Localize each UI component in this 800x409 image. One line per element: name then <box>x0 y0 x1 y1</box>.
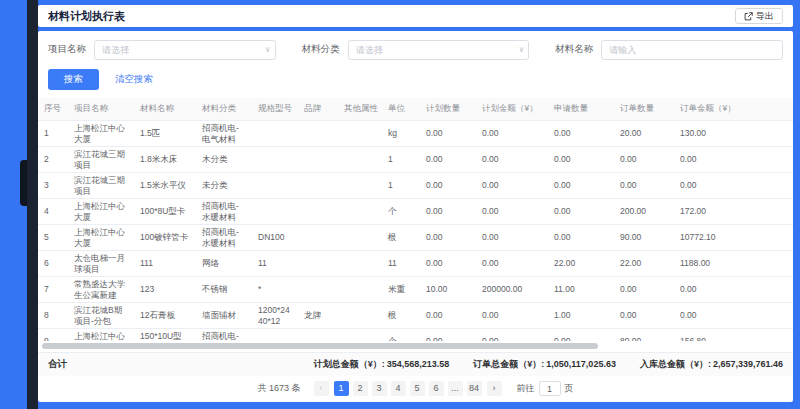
table-cell: 4 <box>38 199 68 225</box>
table-row: 1上海松江中心大厦1.5匹招商机电-电气材料kg0.000.000.0020.0… <box>38 121 793 147</box>
table-cell: 150*10U型卡 <box>134 329 196 342</box>
column-header: 订单数量 <box>614 98 674 121</box>
pager-pages: 123456...84 <box>334 381 482 396</box>
table-cell: DN100 <box>252 225 298 251</box>
materials-table: 序号项目名称材料名称材料分类规格型号品牌其他属性单位计划数量计划金额（¥）申请数… <box>38 98 793 341</box>
summary-item-label: 订单总金额（¥）: <box>473 359 544 369</box>
column-header: 申请数量 <box>548 98 614 121</box>
table-cell <box>338 121 382 147</box>
table-row: 8滨江花城B期项目-分包12石膏板墙面辅材1200*2440*12龙牌根0.00… <box>38 303 793 329</box>
table-cell <box>252 173 298 199</box>
table-header: 序号项目名称材料名称材料分类规格型号品牌其他属性单位计划数量计划金额（¥）申请数… <box>38 98 793 121</box>
export-button[interactable]: 导出 <box>735 8 783 24</box>
page-header: 材料计划执行表 导出 <box>38 5 793 27</box>
table-cell: 172.00 <box>674 199 793 225</box>
table-cell: kg <box>382 121 420 147</box>
table-cell <box>298 173 338 199</box>
column-header: 材料名称 <box>134 98 196 121</box>
table-cell: * <box>252 277 298 303</box>
page-button-84[interactable]: 84 <box>467 381 482 396</box>
horizontal-scrollbar[interactable] <box>40 342 791 351</box>
column-header: 单位 <box>382 98 420 121</box>
table-cell <box>298 147 338 173</box>
table-cell: 20.00 <box>614 121 674 147</box>
table-cell: 11 <box>252 251 298 277</box>
table-cell: 0.00 <box>548 329 614 342</box>
filter-project-name-label: 项目名称 <box>48 43 86 56</box>
scrollbar-thumb[interactable] <box>42 343 598 349</box>
table-cell: 0.00 <box>420 199 476 225</box>
table-cell: 1.5米水平仪 <box>134 173 196 199</box>
filter-material-name: 材料名称 <box>555 39 783 60</box>
summary-item-label: 计划总金额（¥）: <box>314 359 385 369</box>
page-button-2[interactable]: 2 <box>353 381 368 396</box>
table-cell: 龙牌 <box>298 303 338 329</box>
column-header: 规格型号 <box>252 98 298 121</box>
table-row: 9上海松江中心大厦150*10U型卡招商机电-水暖材料个0.000.000.00… <box>38 329 793 342</box>
export-label: 导出 <box>756 10 774 23</box>
pagination: 共 1673 条 ‹ 123456...84 › 前往 页 <box>38 376 793 402</box>
search-button[interactable]: 搜索 <box>48 69 99 90</box>
table-cell: 12石膏板 <box>134 303 196 329</box>
table-cell: 11.00 <box>548 277 614 303</box>
table-cell: 9 <box>38 329 68 342</box>
table-cell: 上海松江中心大厦 <box>68 121 134 147</box>
table-cell: 3 <box>38 173 68 199</box>
material-name-input[interactable] <box>601 40 783 60</box>
table-cell <box>338 199 382 225</box>
table-cell <box>338 147 382 173</box>
material-name-field[interactable] <box>601 39 783 60</box>
table-cell: 个 <box>382 329 420 342</box>
summary-item-value: 2,657,339,761.46 <box>713 359 783 369</box>
column-header: 订单金额（¥） <box>674 98 793 121</box>
table-cell: 10.00 <box>420 277 476 303</box>
table-cell: 滨江花城三期项目 <box>68 147 134 173</box>
project-name-select-input[interactable] <box>94 40 276 60</box>
clear-search-button[interactable]: 清空搜索 <box>115 73 153 86</box>
table-cell: 123 <box>134 277 196 303</box>
page-button-6[interactable]: 6 <box>429 381 444 396</box>
table-cell: 太仓电梯一月球项目 <box>68 251 134 277</box>
next-page-button[interactable]: › <box>487 381 502 396</box>
page-button-5[interactable]: 5 <box>410 381 425 396</box>
table-cell: 0.00 <box>476 199 548 225</box>
summary-item-label: 入库总金额（¥）: <box>640 359 711 369</box>
summary-row: 合计 计划总金额（¥）:354,568,213.58订单总金额（¥）:1,050… <box>38 352 793 376</box>
page-button-1[interactable]: 1 <box>334 381 349 396</box>
prev-page-button[interactable]: ‹ <box>314 381 329 396</box>
table-cell: 0.00 <box>476 225 548 251</box>
table-cell: 100镀锌管卡 <box>134 225 196 251</box>
table-cell: 200.00 <box>614 199 674 225</box>
collapsed-sidebar[interactable] <box>27 0 38 409</box>
table-cell <box>338 225 382 251</box>
table-cell <box>252 121 298 147</box>
table-cell: 0.00 <box>674 147 793 173</box>
page-button-4[interactable]: 4 <box>391 381 406 396</box>
table-cell: 0.00 <box>548 147 614 173</box>
table-cell <box>252 329 298 342</box>
table-cell: 11 <box>382 251 420 277</box>
table-cell <box>298 225 338 251</box>
sidebar-expand-handle[interactable] <box>20 160 27 206</box>
material-category-select[interactable]: ∨ <box>348 39 530 60</box>
goto-page-input[interactable] <box>539 381 561 396</box>
filter-material-category: 材料分类 ∨ <box>302 39 530 60</box>
goto-prefix-label: 前往 <box>517 382 535 395</box>
table-cell: 0.00 <box>420 147 476 173</box>
table-cell <box>338 251 382 277</box>
column-header: 其他属性 <box>338 98 382 121</box>
project-name-select[interactable]: ∨ <box>94 39 276 60</box>
table-cell: 1 <box>382 173 420 199</box>
table-cell: 22.00 <box>614 251 674 277</box>
export-icon <box>744 12 753 21</box>
column-header: 材料分类 <box>196 98 252 121</box>
table-body: 1上海松江中心大厦1.5匹招商机电-电气材料kg0.000.000.0020.0… <box>38 121 793 342</box>
table-cell: 0.00 <box>420 329 476 342</box>
table-cell: 5 <box>38 225 68 251</box>
page-button-3[interactable]: 3 <box>372 381 387 396</box>
table-cell: 0.00 <box>420 173 476 199</box>
table-cell: 100*8U型卡 <box>134 199 196 225</box>
table-cell <box>338 303 382 329</box>
filter-material-name-label: 材料名称 <box>555 43 593 56</box>
material-category-select-input[interactable] <box>348 40 530 60</box>
